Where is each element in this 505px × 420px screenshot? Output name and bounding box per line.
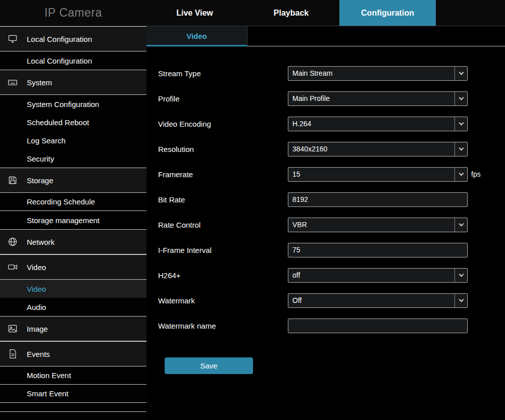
sidebar-item-video[interactable]: Video [0, 280, 146, 298]
fps-unit-label: fps [471, 170, 481, 178]
sidebar-item-storage-management[interactable]: Storage management [0, 211, 146, 229]
chevron-down-icon [454, 269, 467, 282]
select-value: 3840x2160 [292, 145, 327, 153]
field-label: Rate Control [158, 221, 288, 229]
select-value: off [292, 271, 300, 279]
field-label: Stream Type [158, 69, 288, 78]
sidebar-item-label: Storage [27, 176, 54, 185]
sidebar-item-label: Network [27, 238, 55, 246]
sidebar-item-events[interactable]: Events [0, 341, 146, 366]
stream-type-select[interactable]: Main Stream [288, 66, 468, 81]
field-label: Bit Rate [158, 195, 288, 204]
sidebar-item-local-configuration-section[interactable]: Local Configuration [0, 26, 146, 51]
select-value: Main Profile [292, 94, 330, 102]
video-camera-icon [7, 261, 18, 273]
content-area: Video Stream Type Main Stream Profile Ma… [146, 26, 505, 420]
form-row: Bit Rate [158, 187, 505, 212]
sidebar-item-system-configuration[interactable]: System Configuration [0, 95, 146, 113]
form-row: Resolution 3840x2160 [158, 136, 505, 162]
sidebar-item-label: Local Configuration [27, 35, 92, 43]
field-label: Profile [158, 94, 288, 103]
tab-live-view[interactable]: Live View [146, 0, 243, 26]
sidebar-item-motion-event[interactable]: Motion Event [0, 366, 146, 385]
form-row: Watermark name [158, 313, 505, 338]
framerate-select[interactable]: 15 [288, 167, 468, 182]
sidebar-item-recording-schedule[interactable]: Recording Schedule [0, 193, 146, 211]
sidebar-item-label: Image [27, 325, 48, 333]
form-row: Watermark Off [158, 288, 505, 313]
sidebar-item-local-configuration[interactable]: Local Configuration [0, 51, 146, 70]
globe-icon [7, 236, 18, 247]
form-row: Rate Control VBR [158, 212, 505, 237]
chevron-down-icon [454, 117, 467, 131]
field-label: Watermark [158, 296, 288, 305]
sidebar-item-label: Events [27, 350, 50, 358]
tab-video[interactable]: Video [146, 26, 247, 46]
field-label: I-Frame Interval [158, 246, 288, 254]
document-icon [7, 348, 18, 359]
profile-select[interactable]: Main Profile [288, 91, 468, 106]
top-bar: IP Camera Live View Playback Configurati… [0, 0, 505, 26]
chevron-down-icon [454, 168, 467, 181]
sidebar: Local Configuration Local Configuration … [0, 26, 146, 420]
sidebar-item-network[interactable]: Network [0, 229, 146, 254]
watermark-select[interactable]: Off [288, 293, 468, 308]
sidebar-item-log-search[interactable]: Log Search [0, 131, 146, 149]
picture-icon [7, 323, 18, 334]
top-nav: Live View Playback Configuration [146, 0, 436, 26]
chevron-down-icon [454, 92, 467, 106]
sidebar-item-label: Video [27, 263, 46, 272]
select-value: H.264 [292, 120, 311, 128]
floppy-disk-icon [7, 175, 18, 186]
field-label: Watermark name [158, 322, 288, 330]
sidebar-item-audio[interactable]: Audio [0, 298, 146, 316]
form-row: I-Frame Interval [158, 237, 505, 262]
sidebar-item-label: System [27, 78, 52, 87]
sidebar-item-image[interactable]: Image [0, 316, 146, 341]
chevron-down-icon [454, 294, 467, 307]
sidebar-item-security[interactable]: Security [0, 149, 146, 168]
chevron-down-icon [454, 67, 467, 80]
form-row: H264+ off [158, 262, 505, 288]
save-button[interactable]: Save [165, 357, 253, 374]
monitor-icon [7, 33, 18, 44]
sidebar-spacer [0, 403, 146, 412]
form-row: Stream Type Main Stream [158, 61, 505, 86]
rate-control-select[interactable]: VBR [288, 218, 468, 232]
tab-playback[interactable]: Playback [243, 0, 339, 26]
sidebar-item-storage[interactable]: Storage [0, 168, 146, 193]
chevron-down-icon [454, 142, 467, 156]
field-label: Framerate [158, 170, 288, 179]
resolution-select[interactable]: 3840x2160 [288, 142, 468, 156]
form-row: Video Encoding H.264 [158, 111, 505, 136]
sidebar-item-scheduled-reboot[interactable]: Scheduled Reboot [0, 113, 146, 131]
app-title: IP Camera [0, 0, 146, 26]
tab-configuration[interactable]: Configuration [339, 0, 436, 26]
h264-plus-select[interactable]: off [288, 268, 468, 283]
select-value: VBR [292, 221, 307, 229]
sidebar-item-system[interactable]: System [0, 70, 146, 95]
form-row: Profile Main Profile [158, 86, 505, 111]
field-label: Resolution [158, 145, 288, 153]
chevron-down-icon [454, 218, 467, 232]
video-settings-form: Stream Type Main Stream Profile Main Pro… [158, 61, 505, 374]
select-value: Main Stream [292, 69, 332, 77]
watermark-name-input[interactable] [288, 319, 468, 333]
sidebar-item-video-section[interactable]: Video [0, 254, 146, 280]
keyboard-icon [7, 77, 18, 88]
bit-rate-input[interactable] [288, 192, 468, 207]
i-frame-interval-input[interactable] [288, 243, 468, 257]
field-label: H264+ [158, 271, 288, 280]
select-value: 15 [292, 170, 300, 178]
video-encoding-select[interactable]: H.264 [288, 117, 468, 131]
form-row: Framerate 15 fps [158, 162, 505, 187]
sidebar-item-smart-event[interactable]: Smart Event [0, 385, 146, 403]
content-tab-bar: Video [146, 26, 505, 46]
field-label: Video Encoding [158, 120, 288, 128]
select-value: Off [292, 296, 301, 304]
